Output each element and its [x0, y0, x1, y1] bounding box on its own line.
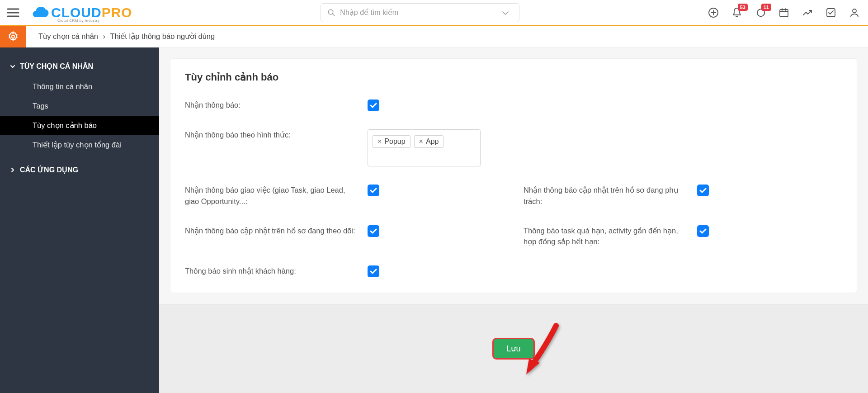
field-owner-update-notif-label: Nhận thông báo cập nhật trên hồ sơ đang …: [524, 185, 686, 207]
form-footer: Lưu: [159, 304, 868, 393]
sidebar-item-alert-options[interactable]: Tùy chọn cảnh báo: [0, 116, 159, 135]
field-follow-update-notif-label: Nhận thông báo cập nhật trên hồ sơ đang …: [185, 225, 357, 237]
field-overdue-notif-label: Thông báo task quá hạn, activity gần đến…: [524, 225, 686, 248]
sidebar-item-callcenter[interactable]: Thiết lập tùy chọn tổng đài: [0, 135, 159, 155]
chat-button[interactable]: 11: [755, 7, 766, 18]
field-owner-update-notif-checkbox[interactable]: [697, 185, 709, 196]
cloud-icon: [30, 4, 51, 22]
field-birthday-notif-checkbox[interactable]: [368, 265, 379, 277]
sidebar-group-label: TÙY CHỌN CÁ NHÂN: [20, 62, 93, 71]
sidebar-group-apps[interactable]: CÁC ỨNG DỤNG: [0, 155, 159, 180]
card-title: Tùy chỉnh cảnh báo: [185, 71, 842, 83]
header-actions: 53 11: [708, 7, 860, 18]
field-notification-methods-input[interactable]: ×Popup ×App: [368, 129, 481, 166]
global-search[interactable]: Nhập để tìm kiếm: [321, 3, 519, 22]
tag-label: Popup: [384, 137, 405, 146]
hamburger-menu-button[interactable]: [0, 0, 26, 25]
tag-popup: ×Popup: [373, 135, 410, 148]
chevron-right-icon: [10, 167, 15, 173]
field-overdue-notif-checkbox[interactable]: [697, 225, 709, 237]
field-follow-update-notif-checkbox[interactable]: [368, 225, 379, 237]
calendar-button[interactable]: [778, 7, 789, 18]
breadcrumb: Tùy chọn cá nhân › Thiết lập thông báo n…: [26, 32, 215, 41]
svg-rect-9: [780, 9, 788, 17]
svg-line-4: [333, 14, 335, 16]
profile-button[interactable]: [849, 7, 860, 18]
alert-settings-card: Tùy chỉnh cảnh báo Nhận thông báo: Nhận …: [170, 58, 857, 293]
sidebar-group-label: CÁC ỨNG DỤNG: [20, 166, 78, 174]
field-assignment-notif-checkbox[interactable]: [368, 185, 379, 196]
field-receive-notifications-label: Nhận thông báo:: [185, 99, 357, 111]
svg-point-14: [853, 9, 856, 13]
tag-remove-icon[interactable]: ×: [419, 137, 423, 146]
content-area: Tùy chỉnh cảnh báo Nhận thông báo: Nhận …: [159, 47, 868, 393]
sidebar-group-personal[interactable]: TÙY CHỌN CÁ NHÂN: [0, 58, 159, 77]
sidebar-item-profile[interactable]: Thông tin cá nhân: [0, 77, 159, 96]
save-button[interactable]: Lưu: [494, 339, 533, 358]
tag-remove-icon[interactable]: ×: [377, 137, 382, 146]
breadcrumb-item[interactable]: Thiết lập thông báo người dùng: [110, 32, 215, 40]
field-receive-notifications-checkbox[interactable]: [368, 99, 379, 111]
chat-badge: 11: [761, 4, 771, 11]
chevron-down-icon: [502, 9, 513, 17]
chevron-down-icon: [10, 64, 15, 69]
breadcrumb-item[interactable]: Tùy chọn cá nhân: [38, 32, 98, 40]
settings-sidebar: TÙY CHỌN CÁ NHÂN Thông tin cá nhân Tags …: [0, 47, 159, 393]
sidebar-item-tags[interactable]: Tags: [0, 96, 159, 116]
breadcrumb-bar: Tùy chọn cá nhân › Thiết lập thông báo n…: [0, 26, 868, 47]
chevron-right-icon: ›: [103, 32, 106, 40]
tasks-button[interactable]: [826, 7, 836, 18]
field-birthday-notif-label: Thông báo sinh nhật khách hàng:: [185, 265, 357, 277]
search-icon: [327, 9, 335, 17]
field-assignment-notif-label: Nhận thông báo giao việc (giao Task, gia…: [185, 185, 357, 207]
notifications-button[interactable]: 53: [731, 7, 742, 18]
app-header: CLOUDPRO Cloud CRM by Industry Nhập để t…: [0, 0, 868, 26]
tag-label: App: [426, 137, 439, 146]
search-placeholder: Nhập để tìm kiếm: [340, 8, 398, 17]
svg-point-15: [11, 35, 14, 38]
reports-button[interactable]: [802, 7, 813, 18]
field-notification-methods-label: Nhận thông báo theo hình thức:: [185, 129, 357, 141]
settings-icon[interactable]: [0, 26, 26, 47]
tag-app: ×App: [414, 135, 444, 148]
notifications-badge: 53: [738, 4, 748, 11]
add-button[interactable]: [708, 7, 719, 18]
app-logo[interactable]: CLOUDPRO Cloud CRM by Industry: [30, 4, 132, 22]
logo-text: CLOUDPRO: [51, 5, 132, 20]
logo-subtitle: Cloud CRM by Industry: [57, 19, 99, 23]
